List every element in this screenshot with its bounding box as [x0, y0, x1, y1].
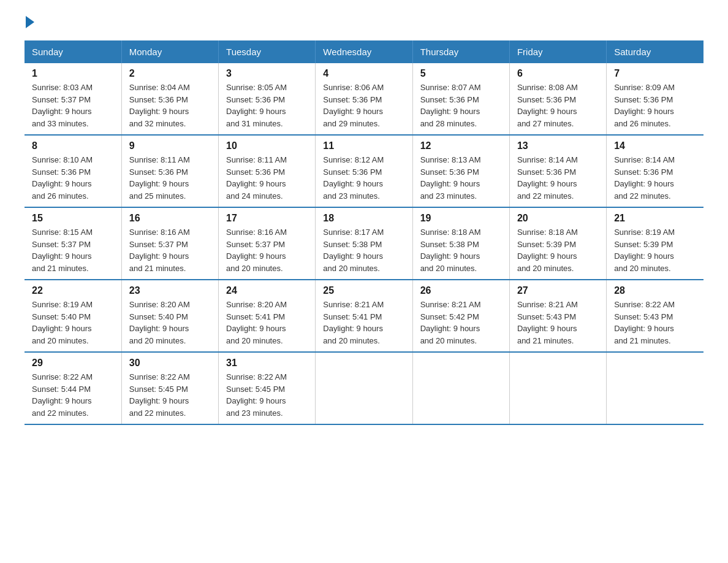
day-info: Sunrise: 8:03 AM Sunset: 5:37 PM Dayligh… — [32, 82, 114, 129]
day-info: Sunrise: 8:11 AM Sunset: 5:36 PM Dayligh… — [226, 154, 308, 202]
calendar-cell: 25 Sunrise: 8:21 AM Sunset: 5:41 PM Dayl… — [316, 280, 412, 352]
day-info: Sunrise: 8:11 AM Sunset: 5:36 PM Dayligh… — [129, 154, 211, 202]
day-info: Sunrise: 8:16 AM Sunset: 5:37 PM Dayligh… — [226, 226, 308, 274]
day-number: 21 — [614, 213, 696, 224]
day-number: 25 — [323, 285, 404, 296]
day-info: Sunrise: 8:14 AM Sunset: 5:36 PM Dayligh… — [614, 154, 696, 202]
day-info: Sunrise: 8:22 AM Sunset: 5:43 PM Dayligh… — [614, 299, 696, 347]
weekday-header-monday: Monday — [121, 40, 218, 63]
weekday-header-sunday: Sunday — [25, 40, 121, 63]
calendar-cell: 1 Sunrise: 8:03 AM Sunset: 5:37 PM Dayli… — [25, 63, 121, 135]
calendar-cell: 11 Sunrise: 8:12 AM Sunset: 5:36 PM Dayl… — [316, 135, 412, 207]
calendar-cell: 3 Sunrise: 8:05 AM Sunset: 5:36 PM Dayli… — [219, 63, 316, 135]
calendar-cell — [607, 352, 703, 424]
calendar-cell: 12 Sunrise: 8:13 AM Sunset: 5:36 PM Dayl… — [412, 135, 509, 207]
day-info: Sunrise: 8:12 AM Sunset: 5:36 PM Dayligh… — [323, 154, 404, 202]
day-info: Sunrise: 8:20 AM Sunset: 5:41 PM Dayligh… — [226, 299, 308, 347]
day-info: Sunrise: 8:13 AM Sunset: 5:36 PM Dayligh… — [420, 154, 502, 202]
day-number: 4 — [323, 68, 404, 79]
weekday-header-tuesday: Tuesday — [219, 40, 316, 63]
calendar-cell: 20 Sunrise: 8:18 AM Sunset: 5:39 PM Dayl… — [509, 207, 606, 280]
calendar-body: 1 Sunrise: 8:03 AM Sunset: 5:37 PM Dayli… — [25, 63, 703, 424]
calendar-cell: 16 Sunrise: 8:16 AM Sunset: 5:37 PM Dayl… — [121, 207, 218, 280]
calendar-week-row: 22 Sunrise: 8:19 AM Sunset: 5:40 PM Dayl… — [25, 280, 703, 352]
calendar-cell: 27 Sunrise: 8:21 AM Sunset: 5:43 PM Dayl… — [509, 280, 606, 352]
calendar-cell: 6 Sunrise: 8:08 AM Sunset: 5:36 PM Dayli… — [509, 63, 606, 135]
page-header — [25, 18, 703, 28]
day-info: Sunrise: 8:10 AM Sunset: 5:36 PM Dayligh… — [32, 154, 114, 202]
day-info: Sunrise: 8:22 AM Sunset: 5:45 PM Dayligh… — [226, 371, 308, 419]
day-number: 17 — [226, 213, 308, 224]
day-info: Sunrise: 8:14 AM Sunset: 5:36 PM Dayligh… — [517, 154, 599, 202]
calendar-week-row: 1 Sunrise: 8:03 AM Sunset: 5:37 PM Dayli… — [25, 63, 703, 135]
day-number: 23 — [129, 285, 211, 296]
calendar-cell: 2 Sunrise: 8:04 AM Sunset: 5:36 PM Dayli… — [121, 63, 218, 135]
day-number: 16 — [129, 213, 211, 224]
day-info: Sunrise: 8:20 AM Sunset: 5:40 PM Dayligh… — [129, 299, 211, 347]
day-info: Sunrise: 8:21 AM Sunset: 5:43 PM Dayligh… — [517, 299, 599, 347]
day-number: 11 — [323, 140, 404, 151]
calendar-cell: 9 Sunrise: 8:11 AM Sunset: 5:36 PM Dayli… — [121, 135, 218, 207]
calendar-cell: 19 Sunrise: 8:18 AM Sunset: 5:38 PM Dayl… — [412, 207, 509, 280]
weekday-header-saturday: Saturday — [607, 40, 703, 63]
calendar-week-row: 8 Sunrise: 8:10 AM Sunset: 5:36 PM Dayli… — [25, 135, 703, 207]
day-info: Sunrise: 8:15 AM Sunset: 5:37 PM Dayligh… — [32, 226, 114, 274]
day-info: Sunrise: 8:19 AM Sunset: 5:40 PM Dayligh… — [32, 299, 114, 347]
day-number: 29 — [32, 358, 114, 369]
day-info: Sunrise: 8:19 AM Sunset: 5:39 PM Dayligh… — [614, 226, 696, 274]
day-info: Sunrise: 8:22 AM Sunset: 5:44 PM Dayligh… — [32, 371, 114, 419]
weekday-header-friday: Friday — [509, 40, 606, 63]
calendar-cell: 5 Sunrise: 8:07 AM Sunset: 5:36 PM Dayli… — [412, 63, 509, 135]
day-info: Sunrise: 8:08 AM Sunset: 5:36 PM Dayligh… — [517, 82, 599, 129]
calendar-header: SundayMondayTuesdayWednesdayThursdayFrid… — [25, 40, 703, 63]
calendar-week-row: 29 Sunrise: 8:22 AM Sunset: 5:44 PM Dayl… — [25, 352, 703, 424]
day-number: 18 — [323, 213, 404, 224]
calendar-week-row: 15 Sunrise: 8:15 AM Sunset: 5:37 PM Dayl… — [25, 207, 703, 280]
day-number: 19 — [420, 213, 502, 224]
calendar-cell — [509, 352, 606, 424]
day-number: 27 — [517, 285, 599, 296]
day-number: 22 — [32, 285, 114, 296]
day-info: Sunrise: 8:18 AM Sunset: 5:38 PM Dayligh… — [420, 226, 502, 274]
calendar-cell: 4 Sunrise: 8:06 AM Sunset: 5:36 PM Dayli… — [316, 63, 412, 135]
logo — [25, 18, 34, 28]
day-info: Sunrise: 8:22 AM Sunset: 5:45 PM Dayligh… — [129, 371, 211, 419]
calendar-cell: 8 Sunrise: 8:10 AM Sunset: 5:36 PM Dayli… — [25, 135, 121, 207]
day-info: Sunrise: 8:18 AM Sunset: 5:39 PM Dayligh… — [517, 226, 599, 274]
day-number: 28 — [614, 285, 696, 296]
weekday-header-thursday: Thursday — [412, 40, 509, 63]
day-info: Sunrise: 8:06 AM Sunset: 5:36 PM Dayligh… — [323, 82, 404, 129]
day-info: Sunrise: 8:07 AM Sunset: 5:36 PM Dayligh… — [420, 82, 502, 129]
day-number: 24 — [226, 285, 308, 296]
calendar-cell — [412, 352, 509, 424]
day-number: 1 — [32, 68, 114, 79]
day-number: 10 — [226, 140, 308, 151]
day-info: Sunrise: 8:21 AM Sunset: 5:41 PM Dayligh… — [323, 299, 404, 347]
calendar-cell: 29 Sunrise: 8:22 AM Sunset: 5:44 PM Dayl… — [25, 352, 121, 424]
calendar-cell: 31 Sunrise: 8:22 AM Sunset: 5:45 PM Dayl… — [219, 352, 316, 424]
calendar-cell: 7 Sunrise: 8:09 AM Sunset: 5:36 PM Dayli… — [607, 63, 703, 135]
day-number: 3 — [226, 68, 308, 79]
day-number: 31 — [226, 358, 308, 369]
day-number: 5 — [420, 68, 502, 79]
day-number: 26 — [420, 285, 502, 296]
calendar-cell: 26 Sunrise: 8:21 AM Sunset: 5:42 PM Dayl… — [412, 280, 509, 352]
day-number: 2 — [129, 68, 211, 79]
day-number: 13 — [517, 140, 599, 151]
day-number: 6 — [517, 68, 599, 79]
calendar-cell: 30 Sunrise: 8:22 AM Sunset: 5:45 PM Dayl… — [121, 352, 218, 424]
calendar-cell: 10 Sunrise: 8:11 AM Sunset: 5:36 PM Dayl… — [219, 135, 316, 207]
calendar-cell: 18 Sunrise: 8:17 AM Sunset: 5:38 PM Dayl… — [316, 207, 412, 280]
calendar-cell: 13 Sunrise: 8:14 AM Sunset: 5:36 PM Dayl… — [509, 135, 606, 207]
weekday-header-wednesday: Wednesday — [316, 40, 412, 63]
calendar-cell: 24 Sunrise: 8:20 AM Sunset: 5:41 PM Dayl… — [219, 280, 316, 352]
day-info: Sunrise: 8:16 AM Sunset: 5:37 PM Dayligh… — [129, 226, 211, 274]
calendar-cell — [316, 352, 412, 424]
day-number: 20 — [517, 213, 599, 224]
day-number: 12 — [420, 140, 502, 151]
day-info: Sunrise: 8:17 AM Sunset: 5:38 PM Dayligh… — [323, 226, 404, 274]
calendar-cell: 23 Sunrise: 8:20 AM Sunset: 5:40 PM Dayl… — [121, 280, 218, 352]
calendar-cell: 17 Sunrise: 8:16 AM Sunset: 5:37 PM Dayl… — [219, 207, 316, 280]
day-info: Sunrise: 8:04 AM Sunset: 5:36 PM Dayligh… — [129, 82, 211, 129]
calendar-cell: 21 Sunrise: 8:19 AM Sunset: 5:39 PM Dayl… — [607, 207, 703, 280]
